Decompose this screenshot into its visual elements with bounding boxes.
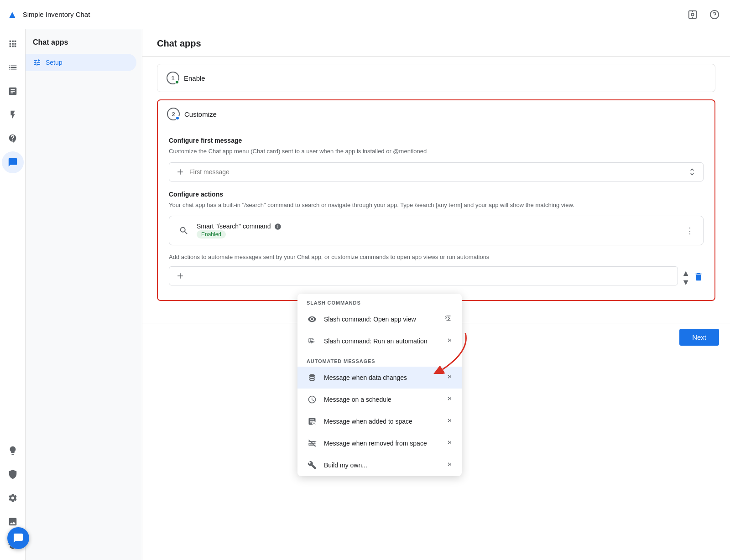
step-customize-header[interactable]: 2 Customize <box>158 100 714 128</box>
message-added-space[interactable]: Message when added to space <box>297 410 462 432</box>
removed-space-arrow <box>444 438 453 448</box>
add-actions-desc: Add actions to automate messages sent by… <box>169 253 704 262</box>
remove-space-icon <box>307 438 318 449</box>
build-my-own[interactable]: Build my own... <box>297 454 462 476</box>
slash-open-label: Slash command: Open app view <box>324 316 438 323</box>
configure-actions-label: Configure actions <box>169 191 704 198</box>
help-icon[interactable] <box>706 6 723 23</box>
add-space-icon <box>307 416 318 427</box>
preview-icon[interactable] <box>684 6 701 23</box>
sidebar-item-setup[interactable]: Setup <box>26 54 136 71</box>
nav-item-store[interactable] <box>2 128 24 150</box>
schedule-icon <box>307 394 318 405</box>
step-2-number: 2 <box>167 108 180 120</box>
expand-icon <box>688 167 697 176</box>
dropdown-menu: SLASH COMMANDS Slash command: Open app v… <box>297 294 462 476</box>
nav-item-home[interactable] <box>2 33 24 55</box>
add-action-container: ▲ ▼ <box>169 266 704 289</box>
sidebar-title: Chat apps <box>26 35 142 54</box>
customize-content: Configure first message Customize the Ch… <box>158 137 714 300</box>
automation-icon <box>307 336 318 347</box>
reorder-down[interactable]: ▼ <box>682 278 690 286</box>
removed-space-label: Message when removed from space <box>324 440 438 447</box>
enabled-badge: Enabled <box>197 230 226 239</box>
step-enable-header[interactable]: 1 Enable <box>157 64 715 92</box>
data-changes-label: Message when data changes <box>324 374 438 381</box>
content-area: 1 Enable 2 Customize Configu <box>142 64 730 323</box>
step-2-label: Customize <box>184 110 217 118</box>
nav-rail <box>0 29 26 560</box>
configure-first-message-desc: Customize the Chat app menu (Chat card) … <box>169 147 704 156</box>
add-icon <box>176 167 185 176</box>
main-title: Chat apps <box>142 29 730 57</box>
message-data-changes[interactable]: Message when data changes <box>297 367 462 389</box>
nav-item-lightbulb[interactable] <box>2 440 24 461</box>
slash-commands-label: SLASH COMMANDS <box>297 294 462 308</box>
data-changes-arrow <box>444 373 453 383</box>
nav-item-pages[interactable] <box>2 80 24 102</box>
nav-item-list[interactable] <box>2 57 24 78</box>
slash-automation-arrow <box>444 336 453 346</box>
step-enable-section: 1 Enable <box>157 64 715 92</box>
data-icon <box>307 372 318 383</box>
schedule-label: Message on a schedule <box>324 396 438 403</box>
add-action-button[interactable] <box>169 266 678 285</box>
smart-command-label: Smart "/search" command <box>197 223 678 230</box>
added-space-label: Message when added to space <box>324 418 438 425</box>
build-own-arrow <box>444 460 453 470</box>
actions-area: Smart "/search" command Enabled ⋮ <box>169 216 704 245</box>
configure-first-message-label: Configure first message <box>169 137 704 144</box>
slash-open-arrow <box>444 314 453 324</box>
app-title: Simple Inventory Chat <box>23 10 90 18</box>
add-action-icon <box>176 271 185 280</box>
dropdown-overlay: SLASH COMMANDS Slash command: Open app v… <box>297 294 462 476</box>
svg-point-1 <box>691 13 694 16</box>
build-icon <box>307 460 318 471</box>
step-customize-section: 2 Customize Configure first message Cust… <box>157 99 715 301</box>
more-options-button[interactable]: ⋮ <box>684 224 696 238</box>
nav-item-settings[interactable] <box>2 487 24 509</box>
smart-search-row: Smart "/search" command Enabled ⋮ <box>169 216 703 245</box>
first-message-input[interactable] <box>189 168 683 176</box>
message-removed-space[interactable]: Message when removed from space <box>297 432 462 454</box>
nav-item-chat[interactable] <box>2 151 24 173</box>
reorder-controls: ▲ ▼ <box>682 269 690 286</box>
build-own-label: Build my own... <box>324 461 438 469</box>
nav-item-shield[interactable] <box>2 463 24 485</box>
schedule-arrow <box>444 394 453 404</box>
app-logo: ▲ <box>7 9 17 21</box>
sidebar: Chat apps Setup <box>26 29 142 560</box>
main-content: Chat apps 1 Enable 2 <box>142 29 730 560</box>
configure-actions-desc: Your chat app has a built-in "/search" c… <box>169 201 704 210</box>
sidebar-item-setup-label: Setup <box>46 59 63 66</box>
topbar: ▲ Simple Inventory Chat <box>0 0 730 29</box>
first-message-input-row[interactable] <box>169 162 704 181</box>
fab-chat-button[interactable] <box>7 527 29 549</box>
added-space-arrow <box>444 416 453 426</box>
nav-item-automation[interactable] <box>2 104 24 126</box>
automated-messages-label: AUTOMATED MESSAGES <box>297 352 462 367</box>
next-button[interactable]: Next <box>679 329 719 346</box>
search-action-icon <box>177 223 191 238</box>
delete-action-button[interactable] <box>694 272 704 283</box>
slash-open-app-view[interactable]: Slash command: Open app view <box>297 308 462 330</box>
slash-automation-label: Slash command: Run an automation <box>324 337 438 345</box>
reorder-up[interactable]: ▲ <box>682 269 690 277</box>
slash-run-automation[interactable]: Slash command: Run an automation <box>297 330 462 352</box>
step-1-number: 1 <box>167 72 179 84</box>
message-schedule[interactable]: Message on a schedule <box>297 389 462 410</box>
eye-icon <box>307 314 318 325</box>
step-1-label: Enable <box>184 74 205 82</box>
